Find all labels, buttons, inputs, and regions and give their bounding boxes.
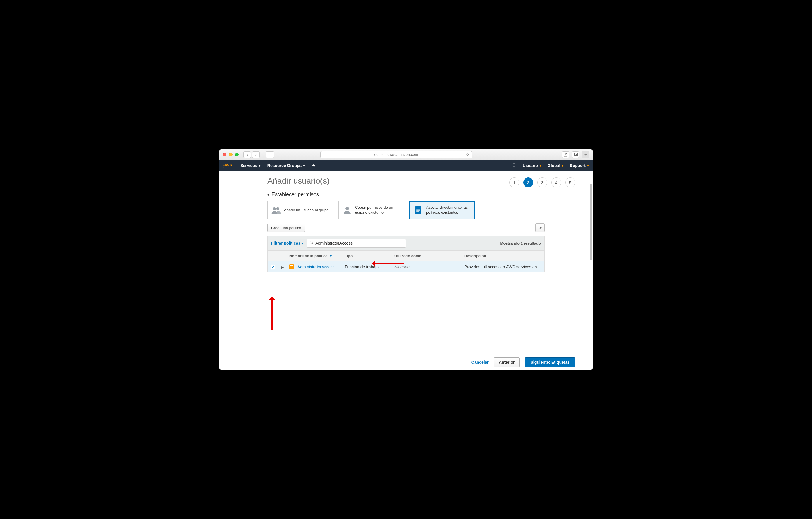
card-add-to-group-label: Añadir un usuario al grupo xyxy=(284,208,329,213)
column-policy-name[interactable]: Nombre de la política ▼ xyxy=(287,251,342,261)
policy-description: Provides full access to AWS services an… xyxy=(462,262,544,272)
refresh-icon: ⟳ xyxy=(539,226,542,230)
svg-line-15 xyxy=(312,243,313,244)
svg-rect-5 xyxy=(574,153,577,155)
menu-services[interactable]: Services ▾ xyxy=(240,163,260,168)
step-2[interactable]: 2 xyxy=(523,177,533,188)
scroll-thumb[interactable] xyxy=(589,184,592,260)
chevron-down-icon: ▾ xyxy=(540,164,541,167)
column-type[interactable]: Tipo xyxy=(342,251,392,261)
menu-region-label: Global xyxy=(548,163,560,168)
step-4[interactable]: 4 xyxy=(551,177,561,188)
chevron-down-icon: ▾ xyxy=(562,164,563,167)
refresh-button[interactable]: ⟳ xyxy=(535,223,545,232)
svg-rect-13 xyxy=(416,211,419,212)
section-permissions-label: Establecer permisos xyxy=(271,192,319,198)
menu-user[interactable]: Usuario ▾ xyxy=(523,163,541,168)
expand-row-icon[interactable]: ▶ xyxy=(281,265,284,269)
menu-services-label: Services xyxy=(240,163,257,168)
cancel-link[interactable]: Cancelar xyxy=(471,360,489,365)
chevron-down-icon: ▾ xyxy=(587,164,589,167)
table-header: Nombre de la política ▼ Tipo Utilizado c… xyxy=(267,251,545,261)
card-attach-policies[interactable]: Asociar directamente las políticas exist… xyxy=(409,201,475,219)
address-bar[interactable]: console.aws.amazon.com ⟳ xyxy=(320,151,472,158)
page-title: Añadir usuario(s) xyxy=(267,176,545,186)
svg-point-14 xyxy=(310,241,312,243)
column-description[interactable]: Descripción xyxy=(462,251,544,261)
svg-rect-12 xyxy=(416,210,420,211)
chevron-down-icon: ▾ xyxy=(302,242,303,245)
svg-point-7 xyxy=(277,207,279,210)
annotation-arrow-checkbox xyxy=(271,298,273,330)
tabs-button[interactable] xyxy=(572,151,579,158)
column-policy-name-label: Nombre de la política xyxy=(289,254,327,258)
menu-support-label: Support xyxy=(570,163,585,168)
search-icon xyxy=(309,240,314,246)
previous-button[interactable]: Anterior xyxy=(494,357,520,367)
chevron-down-icon: ▾ xyxy=(259,164,260,167)
aws-header: aws Services ▾ Resource Groups ▾ ★ Usuar… xyxy=(219,160,593,171)
titlebar: ‹ › console.aws.amazon.com ⟳ + xyxy=(219,149,593,160)
aws-logo[interactable]: aws xyxy=(223,163,232,168)
menu-resource-groups[interactable]: Resource Groups ▾ xyxy=(267,163,305,168)
svg-point-6 xyxy=(273,207,276,210)
create-policy-button[interactable]: Crear una política xyxy=(267,224,305,232)
back-button[interactable]: ‹ xyxy=(243,151,251,158)
svg-point-8 xyxy=(345,207,349,210)
window-controls xyxy=(223,153,239,156)
svg-rect-0 xyxy=(268,153,272,156)
chevron-down-icon: ▾ xyxy=(303,164,305,167)
share-button[interactable] xyxy=(562,151,570,158)
maximize-window-button[interactable] xyxy=(235,153,239,156)
card-copy-permissions-label: Copiar permisos de un usuario existente xyxy=(355,205,400,215)
group-icon xyxy=(271,205,281,215)
address-text: console.aws.amazon.com xyxy=(375,152,418,157)
policy-icon xyxy=(289,264,294,269)
step-5[interactable]: 5 xyxy=(566,177,575,188)
wizard-footer: Cancelar Anterior Siguiente: Etiquetas xyxy=(219,354,593,370)
svg-rect-4 xyxy=(574,153,576,156)
card-copy-permissions[interactable]: Copiar permisos de un usuario existente xyxy=(338,201,404,219)
notifications-icon[interactable] xyxy=(512,163,516,168)
menu-region[interactable]: Global ▾ xyxy=(548,163,563,168)
policy-search-input[interactable] xyxy=(315,241,403,246)
step-3[interactable]: 3 xyxy=(538,177,547,188)
new-tab-button[interactable]: + xyxy=(582,151,589,158)
sidebar-toggle-button[interactable] xyxy=(266,151,274,158)
document-icon xyxy=(413,205,423,215)
filter-policies-label: Filtrar políticas xyxy=(271,241,300,246)
close-window-button[interactable] xyxy=(223,153,227,156)
svg-rect-11 xyxy=(416,209,420,209)
filter-bar: Filtrar políticas ▾ Mostrando 1 resultad… xyxy=(267,236,545,251)
policy-search[interactable] xyxy=(307,239,406,248)
step-1[interactable]: 1 xyxy=(509,177,519,188)
sort-desc-icon: ▼ xyxy=(329,254,332,257)
annotation-arrow-search xyxy=(373,263,404,264)
column-used-as[interactable]: Utilizado como xyxy=(392,251,462,261)
table-row[interactable]: ▶ AdministratorAccess Función de trabajo… xyxy=(267,261,545,272)
policy-checkbox[interactable] xyxy=(271,265,275,269)
policy-name-link[interactable]: AdministratorAccess xyxy=(297,264,335,269)
filter-policies-dropdown[interactable]: Filtrar políticas ▾ xyxy=(271,241,303,246)
forward-button[interactable]: › xyxy=(252,151,260,158)
scrollbar[interactable] xyxy=(589,184,592,352)
pin-icon[interactable]: ★ xyxy=(312,163,316,168)
next-button[interactable]: Siguiente: Etiquetas xyxy=(525,357,575,367)
result-count: Mostrando 1 resultado xyxy=(500,241,541,246)
reload-icon[interactable]: ⟳ xyxy=(466,152,470,157)
menu-resource-groups-label: Resource Groups xyxy=(267,163,301,168)
minimize-window-button[interactable] xyxy=(229,153,233,156)
browser-window: ‹ › console.aws.amazon.com ⟳ + aws Servi… xyxy=(219,149,593,370)
user-icon xyxy=(342,205,352,215)
menu-support[interactable]: Support ▾ xyxy=(570,163,589,168)
svg-rect-10 xyxy=(416,208,420,208)
menu-user-label: Usuario xyxy=(523,163,538,168)
card-add-to-group[interactable]: Añadir un usuario al grupo xyxy=(267,201,333,219)
section-permissions-header[interactable]: Establecer permisos xyxy=(267,192,545,198)
wizard-steps: 1 2 3 4 5 xyxy=(509,177,575,188)
page-content: 1 2 3 4 5 Añadir usuario(s) Establecer p… xyxy=(219,171,593,370)
card-attach-policies-label: Asociar directamente las políticas exist… xyxy=(426,205,471,215)
